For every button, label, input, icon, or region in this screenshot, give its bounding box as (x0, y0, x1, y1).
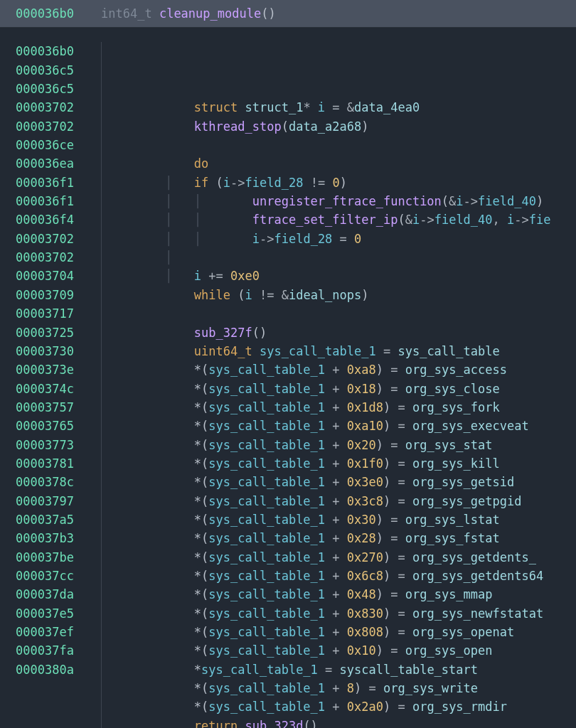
address[interactable]: 000036f1 (16, 192, 101, 210)
code-line[interactable]: │ │ unregister_ftrace_function(&i->field… (101, 192, 576, 210)
code-line[interactable]: kthread_stop(data_a2a68) (101, 117, 576, 136)
token-num: 0 (354, 232, 361, 246)
address[interactable]: 00003702 (16, 248, 101, 267)
code-line[interactable]: │ (101, 248, 576, 267)
token-op: = (390, 475, 412, 489)
token-var: sys_call_table_1 (208, 587, 325, 601)
address[interactable]: 00003765 (16, 417, 101, 435)
address[interactable]: 00003702 (16, 117, 101, 136)
code-line[interactable]: *(sys_call_table_1 + 0x6c8) = org_sys_ge… (101, 567, 576, 585)
address[interactable]: 000037fa (16, 641, 101, 660)
address[interactable]: 0000373e (16, 360, 101, 379)
code-line[interactable]: │ │ ftrace_set_filter_ip(&i->field_40, i… (101, 210, 576, 229)
token-num: 0x28 (347, 531, 376, 545)
address[interactable]: 000037e5 (16, 604, 101, 623)
code-line[interactable]: *(sys_call_table_1 + 0x2a0) = org_sys_rm… (101, 697, 576, 716)
address[interactable]: 00003709 (16, 286, 101, 304)
address[interactable]: 000037a5 (16, 510, 101, 529)
code-line[interactable]: struct struct_1* i = &data_4ea0 (101, 98, 576, 117)
address[interactable]: 000037cc (16, 567, 101, 585)
token-id: org_sys_getdents_ (412, 550, 536, 564)
code-line[interactable]: *(sys_call_table_1 + 0x18) = org_sys_clo… (101, 380, 576, 398)
code-line[interactable]: uint64_t sys_call_table_1 = sys_call_tab… (101, 342, 576, 360)
token-id: org_sys_getpgid (412, 494, 522, 508)
address[interactable]: 000037da (16, 585, 101, 604)
address[interactable]: 0000378c (16, 473, 101, 491)
code-line[interactable]: *sys_call_table_1 = syscall_table_start (101, 660, 576, 679)
address[interactable]: 0000380a (16, 660, 101, 679)
code-line[interactable]: *(sys_call_table_1 + 0x10) = org_sys_ope… (101, 641, 576, 660)
code-line[interactable]: *(sys_call_table_1 + 8) = org_sys_write (101, 679, 576, 697)
address[interactable]: 00003717 (16, 304, 101, 323)
address[interactable]: 00003773 (16, 436, 101, 454)
code-line[interactable]: while (i != &ideal_nops) (101, 286, 576, 304)
token-var: sys_call_table_1 (208, 681, 325, 695)
code-line[interactable]: *(sys_call_table_1 + 0x30) = org_sys_lst… (101, 510, 576, 529)
address[interactable]: 000036ea (16, 154, 101, 173)
token-field: field_28 (274, 232, 332, 246)
code-line[interactable] (101, 304, 576, 323)
address[interactable]: 000036c5 (16, 61, 101, 80)
token-id: org_sys_newfstatat (412, 606, 543, 621)
address[interactable]: 00003781 (16, 454, 101, 473)
code-line[interactable]: return sub_323d() (101, 717, 576, 728)
address[interactable]: 0000374c (16, 380, 101, 398)
token-deref: ) (383, 606, 390, 621)
code-line[interactable]: *(sys_call_table_1 + 0x808) = org_sys_op… (101, 623, 576, 641)
address[interactable]: 00003702 (16, 98, 101, 117)
code-line[interactable]: *(sys_call_table_1 + 0x270) = org_sys_ge… (101, 548, 576, 567)
code-line[interactable]: *(sys_call_table_1 + 0xa8) = org_sys_acc… (101, 360, 576, 379)
address[interactable]: 000036f4 (16, 210, 101, 229)
token-deref: ) (383, 419, 390, 433)
token-paren: () (303, 719, 317, 728)
token-var: i (245, 288, 252, 302)
code-line[interactable]: │ i += 0xe0 (101, 267, 576, 285)
code-line[interactable]: *(sys_call_table_1 + 0x3c8) = org_sys_ge… (101, 492, 576, 510)
token-op: -> (464, 194, 478, 208)
token-paren: ) (361, 119, 368, 134)
code-line[interactable]: *(sys_call_table_1 + 0x48) = org_sys_mma… (101, 585, 576, 604)
function-parens: () (261, 6, 275, 21)
code-line[interactable]: *(sys_call_table_1 + 0x830) = org_sys_ne… (101, 604, 576, 623)
token-plain (172, 176, 194, 190)
token-deref: *( (194, 475, 208, 489)
code-line[interactable]: *(sys_call_table_1 + 0x1d8) = org_sys_fo… (101, 398, 576, 417)
address[interactable]: 00003757 (16, 398, 101, 417)
code-line[interactable]: *(sys_call_table_1 + 0xa10) = org_sys_ex… (101, 417, 576, 435)
function-signature[interactable]: int64_t cleanup_module() (101, 4, 276, 23)
address[interactable]: 000036f1 (16, 173, 101, 192)
header-address[interactable]: 000036b0 (16, 6, 74, 21)
code-line[interactable]: *(sys_call_table_1 + 0x1f0) = org_sys_ki… (101, 454, 576, 473)
address[interactable]: 000037be (16, 548, 101, 567)
code-line[interactable] (101, 136, 576, 154)
token-var: sys_call_table_1 (208, 513, 325, 527)
code-line[interactable]: *(sys_call_table_1 + 0x20) = org_sys_sta… (101, 436, 576, 454)
brace-guide: │ │ (165, 213, 201, 227)
token-var: sys_call_table_1 (208, 606, 325, 621)
token-var: sys_call_table_1 (201, 663, 318, 677)
address[interactable]: 000037b3 (16, 529, 101, 547)
code-line[interactable]: do (101, 154, 576, 173)
address[interactable]: 00003704 (16, 267, 101, 285)
token-op: + (325, 456, 347, 471)
address[interactable]: 000036c5 (16, 80, 101, 98)
code-line[interactable]: sub_327f() (101, 323, 576, 342)
token-paren: ) (536, 194, 543, 208)
address[interactable]: 00003702 (16, 230, 101, 248)
token-kw: do (194, 156, 208, 171)
code-line[interactable]: *(sys_call_table_1 + 0x3e0) = org_sys_ge… (101, 473, 576, 491)
address[interactable]: 000037ef (16, 623, 101, 641)
token-num: 0x18 (347, 382, 376, 396)
token-id: org_sys_getdents64 (412, 569, 543, 583)
address[interactable]: 000036ce (16, 136, 101, 154)
address[interactable]: 00003797 (16, 492, 101, 510)
address[interactable]: 00003730 (16, 342, 101, 360)
code-line[interactable]: │ if (i->field_28 != 0) (101, 173, 576, 192)
address[interactable]: 000036b0 (16, 42, 101, 60)
code-line[interactable]: │ │ i->field_28 = 0 (101, 230, 576, 248)
token-num: 0x830 (347, 606, 383, 621)
token-var: sys_call_table_1 (208, 625, 325, 639)
code-line[interactable]: *(sys_call_table_1 + 0x28) = org_sys_fst… (101, 529, 576, 547)
address[interactable]: 00003725 (16, 323, 101, 342)
code-body[interactable]: struct struct_1* i = &data_4ea0 kthread_… (101, 42, 576, 728)
